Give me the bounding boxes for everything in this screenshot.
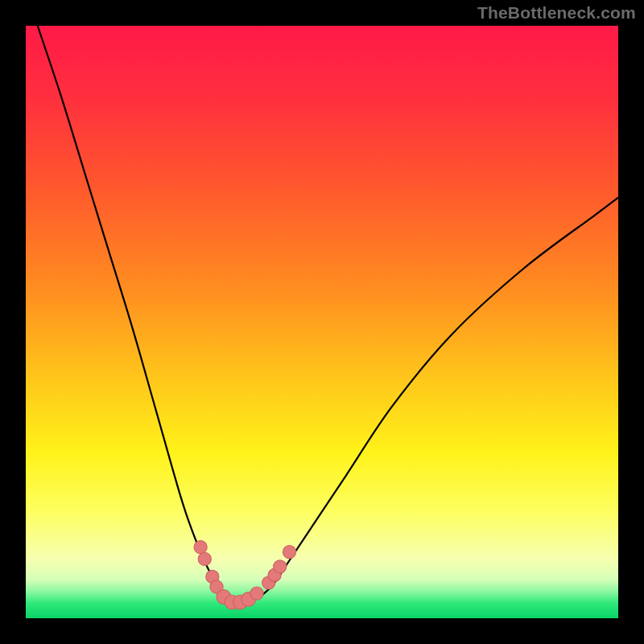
highlight-dot	[194, 541, 207, 554]
highlight-dot	[250, 587, 263, 600]
highlight-dot	[198, 552, 211, 565]
curve-layer	[26, 26, 618, 618]
highlight-dot	[283, 545, 295, 558]
plot-area	[26, 26, 618, 618]
highlight-dot	[274, 560, 287, 573]
bottleneck-curve	[38, 26, 618, 604]
watermark-text: TheBottleneck.com	[477, 3, 636, 23]
outer-frame: TheBottleneck.com	[0, 0, 644, 644]
highlight-dots	[194, 541, 296, 609]
